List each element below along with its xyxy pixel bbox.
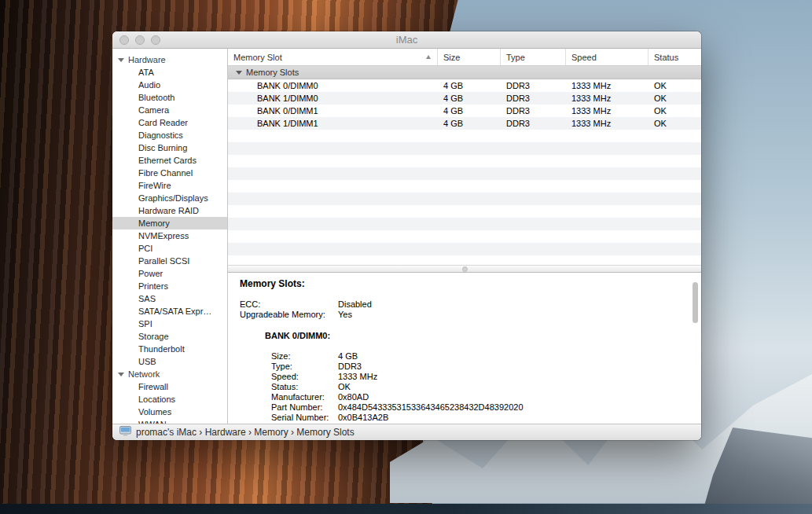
sidebar-item[interactable]: WWAN [112, 418, 227, 424]
detail-field-value: 0x80AD [338, 392, 369, 402]
content-pane: Memory Slot Size Type Speed Status M [228, 49, 701, 424]
sidebar-group-hardware[interactable]: Hardware [112, 53, 227, 66]
sidebar-item-label: SATA/SATA Expr… [138, 307, 211, 316]
column-header-size[interactable]: Size [438, 49, 501, 65]
cell-speed: 1333 MHz [566, 106, 648, 116]
detail-field-label: Part Number: [271, 402, 338, 413]
sidebar-item-label: Card Reader [138, 118, 188, 127]
cell-size: 4 GB [438, 106, 501, 116]
disclosure-triangle-icon[interactable] [118, 58, 124, 62]
sidebar-item-label: Ethernet Cards [138, 156, 197, 165]
column-label: Type [506, 53, 525, 62]
detail-field-value: Disabled [338, 299, 372, 310]
window-controls [119, 35, 160, 45]
window-main: Hardware ATA Audio Bluetooth [112, 49, 701, 424]
sidebar-item[interactable]: Parallel SCSI [112, 255, 227, 267]
pane-splitter[interactable] [228, 265, 701, 273]
close-button[interactable] [119, 35, 129, 45]
details-scrollbar[interactable] [693, 282, 698, 323]
detail-field-label: Status: [271, 382, 338, 392]
sidebar-item[interactable]: Card Reader [112, 116, 227, 129]
table-group-row[interactable]: Memory Slots [228, 66, 701, 79]
cell-speed: 1333 MHz [566, 94, 648, 103]
sidebar-item[interactable]: Storage [112, 330, 227, 343]
sidebar-item[interactable]: USB [112, 355, 227, 368]
sidebar-item[interactable]: PCI [112, 242, 227, 255]
sidebar-item-label: Thunderbolt [138, 344, 185, 354]
sidebar-item-label: Power [138, 269, 163, 278]
sidebar-item[interactable]: FireWire [112, 179, 227, 192]
table-rows: BANK 0/DIMM0 4 GB DDR3 1333 MHz OK BANK … [228, 79, 701, 265]
cell-memory-slot: BANK 1/DIMM0 [228, 94, 438, 103]
cell-status: OK [648, 119, 701, 128]
table-row[interactable]: BANK 0/DIMM1 4 GB DDR3 1333 MHz OK [228, 105, 701, 117]
column-header-memory-slot[interactable]: Memory Slot [228, 49, 438, 65]
sidebar-item[interactable]: Audio [112, 79, 227, 91]
detail-field: ECC: Disabled [240, 299, 685, 310]
sidebar-item[interactable]: SATA/SATA Expr… [112, 305, 227, 318]
sidebar-item[interactable]: Bluetooth [112, 91, 227, 104]
detail-field-label: Serial Number: [271, 413, 338, 423]
sidebar-item[interactable]: Graphics/Displays [112, 192, 227, 204]
sidebar-item[interactable]: Diagnostics [112, 129, 227, 141]
detail-field-label: Speed: [271, 372, 338, 382]
sidebar-item[interactable]: Firewall [112, 380, 227, 393]
column-header-speed[interactable]: Speed [566, 49, 648, 65]
detail-field-value: 0x484D54333531533643465238432D48392020 [338, 402, 524, 413]
cell-memory-slot: BANK 0/DIMM1 [228, 106, 438, 116]
cell-type: DDR3 [501, 81, 566, 90]
sidebar-network-items: Firewall Locations Volumes WWAN [112, 380, 227, 424]
table-row[interactable]: BANK 0/DIMM0 4 GB DDR3 1333 MHz OK [228, 79, 701, 92]
sidebar-item-label: Fibre Channel [138, 168, 193, 178]
window-title: iMac [396, 34, 417, 46]
bank-fields: Size: 4 GB Type: DDR3 Speed: 1333 [271, 351, 685, 423]
cell-type: DDR3 [501, 94, 566, 103]
disclosure-triangle-icon[interactable] [118, 373, 124, 376]
sidebar-item[interactable]: Power [112, 267, 227, 280]
column-header-type[interactable]: Type [501, 49, 566, 65]
sidebar-item-label: NVMExpress [138, 231, 189, 240]
sidebar-item[interactable]: SAS [112, 292, 227, 305]
sidebar-item[interactable]: Hardware RAID [112, 204, 227, 217]
sidebar-group-network[interactable]: Network [112, 368, 227, 380]
sidebar-item[interactable]: NVMExpress [112, 229, 227, 242]
sort-ascending-icon [426, 55, 431, 59]
detail-field-value: DDR3 [338, 362, 362, 372]
sidebar-item[interactable]: Camera [112, 104, 227, 116]
zoom-button[interactable] [151, 35, 160, 45]
sidebar-item-label: Audio [138, 80, 160, 90]
sidebar-item-label: Firewall [138, 382, 168, 391]
sidebar-item-label: Bluetooth [138, 93, 175, 102]
sidebar-item[interactable]: Volumes [112, 406, 227, 418]
sidebar-item[interactable]: Locations [112, 393, 227, 406]
sidebar-item-label: SPI [138, 319, 152, 329]
sidebar-item[interactable]: Fibre Channel [112, 167, 227, 179]
disclosure-triangle-icon[interactable] [236, 71, 242, 75]
title-bar[interactable]: iMac [112, 31, 701, 49]
table-row[interactable]: BANK 1/DIMM0 4 GB DDR3 1333 MHz OK [228, 92, 701, 105]
sidebar-item-label: Locations [138, 395, 175, 404]
sidebar-item[interactable]: Ethernet Cards [112, 154, 227, 167]
column-header-status[interactable]: Status [648, 49, 701, 65]
details-fields: ECC: Disabled Upgradeable Memory: Yes [240, 299, 685, 320]
cell-size: 4 GB [438, 119, 501, 128]
sidebar-item-label: ATA [138, 68, 154, 77]
sidebar-item-label: Storage [138, 332, 169, 341]
detail-field-value: OK [338, 382, 351, 392]
sidebar-item[interactable]: Thunderbolt [112, 343, 227, 355]
wallpaper-bottom-band [0, 504, 812, 514]
sidebar-item[interactable]: Disc Burning [112, 141, 227, 154]
sidebar-item[interactable]: SPI [112, 318, 227, 330]
sidebar-hardware-items: ATA Audio Bluetooth Camera C [112, 66, 227, 368]
minimize-button[interactable] [135, 35, 145, 45]
sidebar-item-label: Parallel SCSI [138, 256, 189, 266]
table-row[interactable]: BANK 1/DIMM1 4 GB DDR3 1333 MHz OK [228, 117, 701, 130]
sidebar-item[interactable]: ATA [112, 66, 227, 79]
sidebar-item[interactable]: Memory [112, 217, 227, 229]
column-label: Status [654, 53, 678, 62]
cell-type: DDR3 [501, 119, 566, 128]
column-label: Size [443, 53, 460, 62]
sidebar-item-label: Memory [138, 218, 170, 228]
sidebar-item[interactable]: Printers [112, 280, 227, 292]
cell-speed: 1333 MHz [566, 119, 648, 128]
